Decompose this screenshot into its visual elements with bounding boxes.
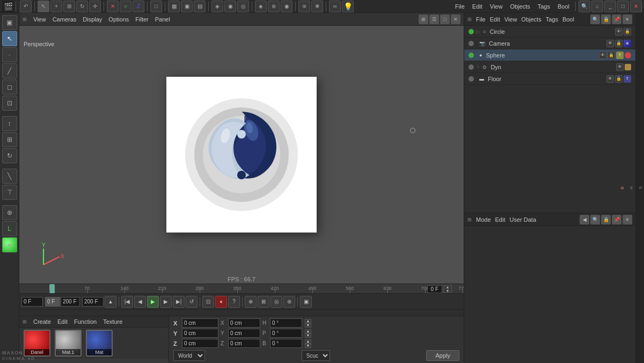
point-mode-btn[interactable]: · [2,47,17,62]
current-frame-input[interactable] [45,297,60,307]
hair-btn[interactable]: ≋ [298,1,310,12]
edit-menu[interactable]: Edit [469,2,486,11]
y-tool[interactable]: ○ [120,1,131,12]
camera-btn[interactable]: ◉ [281,1,292,12]
home-icon[interactable]: ⌂ [591,1,603,12]
mode-menu[interactable]: Mode [476,216,491,223]
lock-icon-r[interactable]: 🔒 [601,14,611,24]
vp-panel-menu[interactable]: Panel [155,16,170,23]
move-tool[interactable]: ✛ [89,1,101,12]
axis-btn[interactable]: L [2,221,17,236]
select-tool[interactable]: ↖ [38,1,49,12]
scale-tool[interactable]: ⊞ [63,1,75,12]
stop-btn[interactable]: ▶ [147,296,159,308]
attr-pin-icon[interactable]: 📌 [612,215,621,224]
file-menu-r[interactable]: File [476,16,486,23]
box-tool[interactable]: □ [150,1,162,12]
key-scale-btn[interactable]: ⊠ [258,296,269,308]
coord-x-input[interactable] [182,318,218,328]
scene-obj-floor[interactable]: ▬ Floor 👁 🔒 T [464,73,635,85]
rst-item-2[interactable]: H [628,185,635,191]
x-tool[interactable]: ✕ [107,1,119,12]
attr-close-icon[interactable]: ✕ [623,215,632,224]
coord-b-input[interactable] [270,339,302,348]
light-btn[interactable]: 💡 [342,1,354,12]
frame-display-arrows[interactable]: ▲ ▼ [443,285,452,293]
viewport[interactable]: ⊞ View Cameras Display Options Filter Pa… [19,13,464,284]
undo-button[interactable]: ↶ [20,1,32,12]
extrude-btn[interactable]: ⊤ [2,185,17,200]
camera-target-icon[interactable]: ⊕ [624,40,631,47]
edge-mode-btn[interactable]: ╱ [2,63,17,78]
user-data-menu[interactable]: User Data [510,216,537,223]
nurbs-btn[interactable]: ◉ [224,1,236,12]
rotate-tool[interactable]: ↻ [76,1,88,12]
scene-obj-camera[interactable]: 📷 Camera 👁 🔒 ⊕ [464,38,635,49]
mat-function-menu[interactable]: Function [74,318,97,325]
camera-vis-icon[interactable]: 👁 [606,40,614,47]
world-dropdown[interactable]: World Object [173,350,205,361]
play-btn[interactable]: ▶ [160,296,172,308]
spline-btn[interactable]: ◎ [237,1,249,12]
rst-item-1[interactable]: S [637,185,644,191]
infinity-btn[interactable]: ∞ [329,1,341,12]
material-slot-blue[interactable]: Mat [86,330,113,357]
edit-menu-attr[interactable]: Edit [495,216,506,223]
autokey-btn[interactable]: ? [228,296,240,308]
model-mode-btn[interactable]: ▣ [2,15,17,30]
edit-menu-r[interactable]: Edit [490,16,500,23]
floor-blue-tag[interactable]: T [624,75,631,83]
snap-btn[interactable]: ⊕ [2,205,17,220]
rotate-btn[interactable]: ↻ [2,148,17,163]
object-mode-btn[interactable]: ↖ [2,31,17,46]
close-btn[interactable]: ✕ [630,1,642,12]
scale-dropdown[interactable]: Scuc [302,350,330,361]
sphere-lock-icon[interactable]: 🔒 [608,52,615,59]
goto-start-btn[interactable]: |◀ [121,296,133,308]
camera-lock-icon[interactable]: 🔒 [615,40,623,47]
record-btn[interactable]: ● [215,296,227,308]
scene-obj-circle[interactable]: ▷ ○ Circle 👁 🔒 [464,26,635,38]
attr-lock-icon[interactable]: 🔒 [601,215,611,224]
material-slot-gray[interactable]: Mat.1 [55,330,82,357]
sphere-tag1[interactable]: T [616,52,624,59]
cube-btn[interactable]: ◈ [211,1,223,12]
particles-btn[interactable]: ⊛ [268,1,280,12]
view-menu-r[interactable]: View [504,16,517,23]
step-up-btn[interactable]: ▲ [105,296,116,308]
vp-icon-2[interactable]: ☰ [429,14,439,24]
dyn-orange-tag[interactable] [625,64,631,70]
minimize-btn[interactable]: _ [604,1,616,12]
pin-icon-r[interactable]: 📌 [612,14,621,24]
key-pos-btn[interactable]: ⊕ [245,296,257,308]
knife-btn[interactable]: ╲ [2,169,17,184]
circle-vis-icon[interactable]: 👁 [615,28,623,35]
vp-display-menu[interactable]: Display [83,16,102,23]
objects-menu[interactable]: Objects [507,2,533,11]
coord-sx-input[interactable] [228,318,260,328]
circle-lock-icon[interactable]: 🔒 [624,28,631,35]
maximize-btn[interactable]: □ [617,1,629,12]
key-rot-btn[interactable]: ◎ [270,296,282,308]
scene-obj-sphere[interactable]: ● Sphere 👁 🔒 T [464,49,635,61]
uvw-mode-btn[interactable]: ⊡ [2,96,17,111]
green-circle-btn[interactable]: ● [2,237,17,252]
attr-back-icon[interactable]: ◀ [580,215,589,224]
key-psr-btn[interactable]: ⊛ [283,296,295,308]
mat-create-menu[interactable]: Create [33,318,51,325]
coord-sz-input[interactable] [228,339,260,348]
scene-obj-dyn[interactable]: └ ⊙ Dyn 👁 [464,61,635,73]
close-icon-r[interactable]: ✕ [623,14,632,24]
key-all-btn[interactable]: ⊡ [202,296,214,308]
vp-filter-menu[interactable]: Filter [135,16,148,23]
p-stepper[interactable]: ▲ ▼ [305,329,311,338]
coord-sy-input[interactable] [228,329,260,338]
app-icon[interactable]: 🎬 [2,1,14,12]
vp-view-menu[interactable]: View [33,16,46,23]
sphere-vis-icon[interactable]: 👁 [599,52,606,59]
dyn-vis-icon[interactable]: 👁 [616,63,624,71]
vp-icon-4[interactable]: ✕ [451,14,460,24]
move-btn[interactable]: ↕ [2,116,17,131]
z-tool[interactable]: Z [133,1,144,12]
tags-menu[interactable]: Tags [535,2,553,11]
